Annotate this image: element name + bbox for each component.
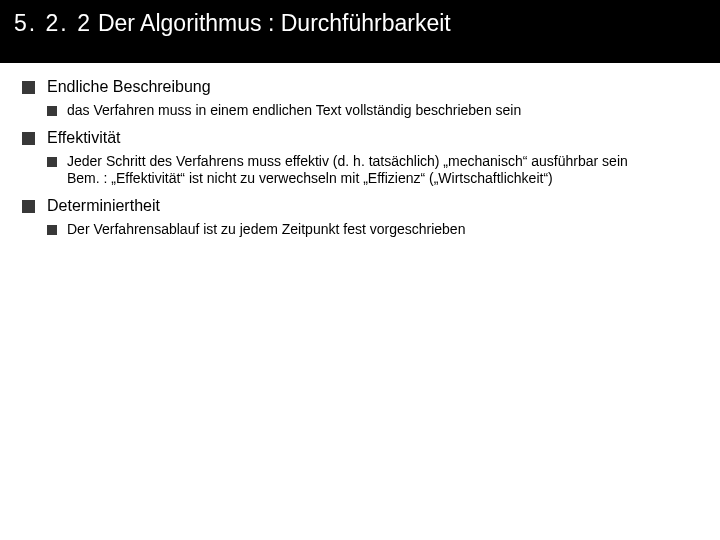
square-bullet-icon <box>47 157 57 167</box>
square-bullet-icon <box>22 200 35 213</box>
list-subitem-text: das Verfahren muss in einem endlichen Te… <box>67 102 521 120</box>
list-subitem: das Verfahren muss in einem endlichen Te… <box>47 102 700 120</box>
square-bullet-icon <box>47 106 57 116</box>
slide-header: 5. 2. 2 Der Algorithmus : Durchführbarke… <box>0 0 720 63</box>
square-bullet-icon <box>22 132 35 145</box>
list-subitem-text: Jeder Schritt des Verfahrens muss effekt… <box>67 153 628 188</box>
list-item-label: Endliche Beschreibung <box>47 77 211 97</box>
list-subitem: Der Verfahrensablauf ist zu jedem Zeitpu… <box>47 221 700 239</box>
list-item-label: Effektivität <box>47 128 121 148</box>
list-item: Determiniertheit <box>22 196 700 216</box>
list-item-label: Determiniertheit <box>47 196 160 216</box>
section-number: 5. 2. 2 <box>14 10 92 37</box>
list-item: Effektivität <box>22 128 700 148</box>
square-bullet-icon <box>22 81 35 94</box>
square-bullet-icon <box>47 225 57 235</box>
slide-content: Endliche Beschreibung das Verfahren muss… <box>0 63 720 238</box>
list-subitem: Jeder Schritt des Verfahrens muss effekt… <box>47 153 700 188</box>
list-subitem-text: Der Verfahrensablauf ist zu jedem Zeitpu… <box>67 221 465 239</box>
list-item: Endliche Beschreibung <box>22 77 700 97</box>
slide-title: Der Algorithmus : Durchführbarkeit <box>98 10 451 37</box>
